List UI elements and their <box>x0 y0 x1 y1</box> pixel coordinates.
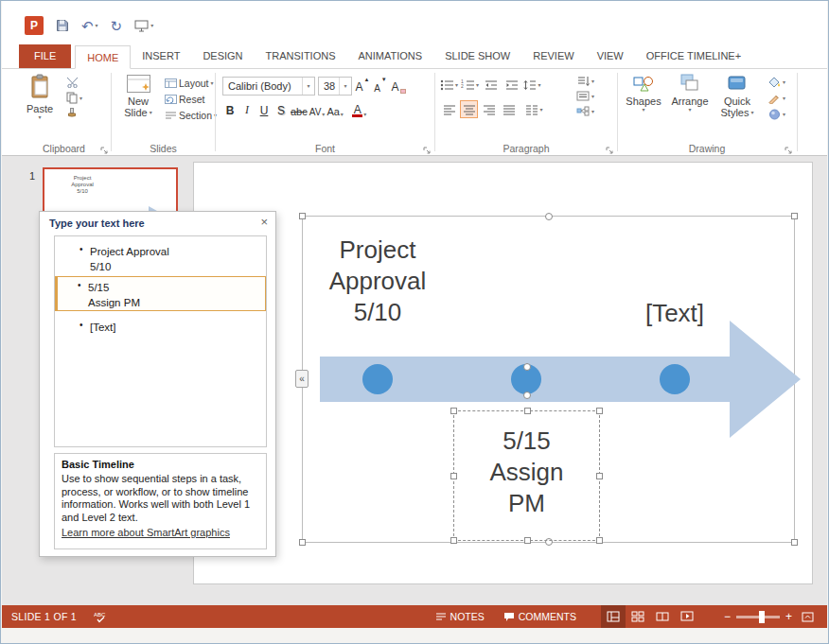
font-dialog-launcher[interactable] <box>422 142 432 152</box>
zoom-slider-thumb[interactable] <box>759 611 765 623</box>
align-left-button[interactable] <box>440 100 458 118</box>
slide-counter[interactable]: SLIDE 1 OF 1 <box>11 611 77 622</box>
group-font: Calibri (Body) ▾ 38 ▾ A▲ A▼ A B I U S ab… <box>217 69 433 155</box>
format-painter-button[interactable] <box>66 108 82 120</box>
undo-button[interactable]: ↶ ▾ <box>81 19 98 33</box>
reading-view-button[interactable] <box>650 605 675 628</box>
cut-button[interactable] <box>66 77 82 88</box>
list-item-selected[interactable]: • 5/15Assign PM <box>55 280 266 310</box>
align-text-button[interactable]: ▾ <box>576 91 594 101</box>
convert-to-smartart-button[interactable]: ▾ <box>576 106 594 116</box>
comments-button[interactable]: COMMENTS <box>500 605 580 628</box>
font-size-combobox[interactable]: 38 ▾ <box>318 77 352 96</box>
bullets-button[interactable]: ▾ <box>440 76 458 94</box>
selection-handle[interactable] <box>299 213 306 219</box>
strikethrough-button[interactable]: abc <box>291 100 308 119</box>
tab-slide-show[interactable]: SLIDE SHOW <box>433 44 521 68</box>
change-case-button[interactable]: Aa▾ <box>326 100 343 119</box>
slide-show-view-button[interactable] <box>675 605 699 628</box>
character-spacing-button[interactable]: AV▾ <box>309 100 326 119</box>
selection-handle[interactable] <box>450 537 457 544</box>
list-item[interactable]: • Project Approval5/10 <box>55 244 266 274</box>
selection-handle[interactable] <box>596 408 603 414</box>
text-pane-list[interactable]: • Project Approval5/10 • 5/15Assign PM •… <box>54 235 267 447</box>
selected-text-box[interactable]: 5/15 Assign PM <box>453 410 600 541</box>
shrink-font-button[interactable]: A▼ <box>373 77 388 96</box>
new-slide-button[interactable]: New Slide▾ <box>115 75 162 118</box>
shape-effects-button[interactable]: ▾ <box>768 109 785 120</box>
text-direction-button[interactable]: ▾ <box>576 76 594 86</box>
font-color-button[interactable]: A ▾ <box>352 100 367 119</box>
text-pane-toggle-button[interactable]: « <box>295 370 309 388</box>
section-button[interactable]: Section ▾ <box>165 110 217 121</box>
selection-handle[interactable] <box>524 537 531 544</box>
powerpoint-app-icon[interactable]: P <box>25 16 44 35</box>
save-button[interactable] <box>56 19 69 32</box>
paste-button[interactable]: Paste ▾ <box>21 74 59 120</box>
grow-font-button[interactable]: A▲ <box>355 77 370 96</box>
align-center-button[interactable] <box>460 100 478 118</box>
selection-handle[interactable] <box>791 213 798 219</box>
paragraph-dialog-launcher[interactable] <box>605 142 615 152</box>
columns-button[interactable]: ▾ <box>525 100 543 118</box>
tab-animations[interactable]: ANIMATIONS <box>347 44 434 68</box>
zoom-slider[interactable] <box>736 616 780 618</box>
decrease-indent-button[interactable] <box>482 76 500 94</box>
selection-handle[interactable] <box>545 213 553 220</box>
milestone-text-2[interactable]: 5/15 Assign PM <box>454 426 599 519</box>
text-shadow-button[interactable]: S <box>273 100 289 119</box>
bold-button[interactable]: B <box>222 100 238 119</box>
tab-review[interactable]: REVIEW <box>521 44 585 68</box>
chevron-down-icon: ▾ <box>538 82 540 88</box>
tab-office-timeline[interactable]: OFFICE TIMELINE+ <box>635 44 752 68</box>
tab-home[interactable]: HOME <box>75 45 131 69</box>
list-item[interactable]: • [Text] <box>55 320 266 335</box>
shape-fill-button[interactable]: ▾ <box>768 77 785 88</box>
layout-button[interactable]: Layout ▾ <box>165 78 217 89</box>
reset-button[interactable]: Reset <box>165 94 217 105</box>
svg-text:2: 2 <box>461 82 464 88</box>
selection-handle[interactable] <box>450 408 457 414</box>
milestone-text-3[interactable]: [Text] <box>603 298 747 329</box>
line-spacing-button[interactable]: ▾ <box>523 76 541 94</box>
close-icon[interactable]: × <box>260 215 268 229</box>
selection-handle[interactable] <box>596 537 603 544</box>
underline-button[interactable]: U <box>256 100 272 119</box>
notes-button[interactable]: NOTES <box>432 605 488 628</box>
shape-outline-button[interactable]: ▾ <box>768 93 785 104</box>
numbering-button[interactable]: 12▾ <box>461 76 479 94</box>
selection-handle[interactable] <box>791 539 798 546</box>
increase-indent-button[interactable] <box>503 76 520 94</box>
zoom-in-button[interactable]: + <box>785 610 792 623</box>
arrange-button[interactable]: Arrange ▾ <box>666 74 714 118</box>
selection-handle[interactable] <box>299 539 306 546</box>
tab-design[interactable]: DESIGN <box>191 44 254 68</box>
align-right-button[interactable] <box>480 100 498 118</box>
fit-to-window-button[interactable] <box>798 605 818 628</box>
shapes-button[interactable]: Shapes ▾ <box>621 74 666 118</box>
tab-transitions[interactable]: TRANSITIONS <box>255 44 347 68</box>
start-slideshow-button[interactable]: ▾ <box>134 20 153 32</box>
justify-button[interactable] <box>500 100 518 118</box>
drawing-dialog-launcher[interactable] <box>784 142 794 152</box>
selection-handle[interactable] <box>524 408 531 414</box>
spell-check-indicator[interactable]: ABC <box>90 605 113 628</box>
tab-insert[interactable]: INSERT <box>131 44 191 68</box>
italic-button[interactable]: I <box>239 100 255 119</box>
clipboard-dialog-launcher[interactable] <box>99 142 110 152</box>
shape-top-handle[interactable] <box>523 363 531 371</box>
milestone-text-1[interactable]: Project Approval 5/10 <box>306 235 450 328</box>
tab-file[interactable]: FILE <box>19 44 71 68</box>
rotate-handle[interactable] <box>523 392 531 399</box>
normal-view-button[interactable] <box>601 605 626 628</box>
clear-formatting-button[interactable]: A <box>391 77 406 96</box>
zoom-out-button[interactable]: − <box>724 610 731 623</box>
redo-button[interactable]: ↻ <box>111 19 123 33</box>
learn-more-link[interactable]: Learn more about SmartArt graphics <box>62 527 259 539</box>
quick-styles-button[interactable]: Quick Styles▾ <box>714 74 761 118</box>
font-family-combobox[interactable]: Calibri (Body) ▾ <box>222 77 315 96</box>
slide-sorter-view-button[interactable] <box>626 605 650 628</box>
align-text-icon <box>576 91 590 101</box>
tab-view[interactable]: VIEW <box>586 44 635 68</box>
copy-button[interactable]: ▾ <box>66 92 82 104</box>
